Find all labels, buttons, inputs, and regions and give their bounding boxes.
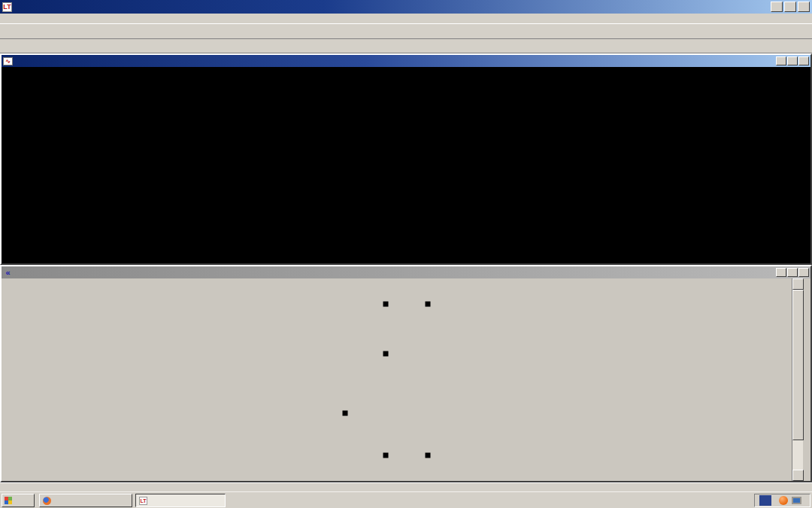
network-icon[interactable] xyxy=(792,497,801,504)
scroll-up-button[interactable] xyxy=(792,278,804,290)
desktop: LT ∿ « xyxy=(0,0,812,508)
schematic-vscrollbar[interactable] xyxy=(792,278,803,481)
waveform-plot-area[interactable] xyxy=(2,67,810,263)
close-button[interactable] xyxy=(798,2,810,12)
ltspice-app-icon: LT xyxy=(2,2,12,12)
schematic-window-titlebar[interactable]: « xyxy=(2,266,810,278)
waveform-window: ∿ xyxy=(0,53,812,265)
windows-flag-icon xyxy=(5,497,12,504)
schematic-drawing xyxy=(2,278,791,481)
toolbar xyxy=(0,23,812,39)
taskbar-task-ltspice[interactable]: LT xyxy=(135,494,226,507)
taskbar-task-firefox[interactable] xyxy=(39,494,132,507)
maximize-button[interactable] xyxy=(784,2,796,12)
menu-bar xyxy=(0,14,812,23)
schematic-canvas[interactable] xyxy=(2,278,810,481)
waveform-window-titlebar[interactable]: ∿ xyxy=(2,55,810,67)
avast-icon[interactable] xyxy=(779,496,788,505)
scroll-down-button[interactable] xyxy=(792,470,804,481)
schem-maximize-button[interactable] xyxy=(787,268,798,277)
system-tray xyxy=(754,494,810,507)
schem-minimize-button[interactable] xyxy=(776,268,786,277)
wave-minimize-button[interactable] xyxy=(776,56,786,65)
status-bar xyxy=(0,482,812,491)
language-indicator[interactable] xyxy=(759,495,771,506)
diode-D3 xyxy=(337,420,353,437)
voltage-source-V1 xyxy=(269,354,302,413)
ltspice-task-icon: LT xyxy=(139,497,147,505)
capacitor-C1 xyxy=(412,304,440,455)
tab-bar xyxy=(0,39,812,53)
start-button[interactable] xyxy=(2,494,35,507)
schem-close-button[interactable] xyxy=(798,268,809,277)
diode-D1 xyxy=(337,318,353,335)
wave-close-button[interactable] xyxy=(798,56,809,65)
diode-D4 xyxy=(377,420,394,437)
firefox-icon xyxy=(43,497,51,505)
minimize-button[interactable] xyxy=(771,2,783,12)
wave-maximize-button[interactable] xyxy=(787,56,798,65)
wire-nodes xyxy=(343,302,431,458)
scroll-thumb[interactable] xyxy=(792,290,804,440)
waveform-icon: ∿ xyxy=(3,57,13,65)
taskbar: LT xyxy=(0,491,812,508)
diode-D2 xyxy=(377,318,394,335)
resistor-R1 xyxy=(472,304,486,455)
schematic-window: « xyxy=(0,265,812,482)
schematic-icon: « xyxy=(3,269,13,277)
app-titlebar: LT xyxy=(0,0,812,14)
